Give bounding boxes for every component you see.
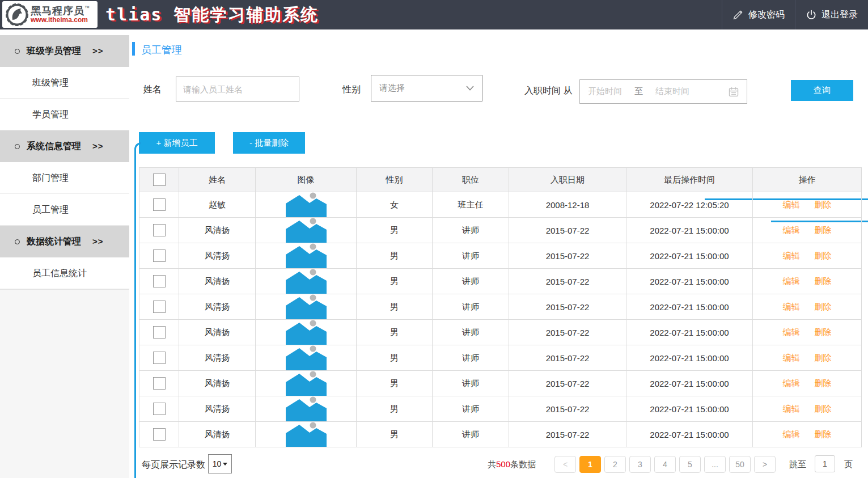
- page-ellipsis-button[interactable]: ...: [704, 456, 726, 473]
- row-checkbox[interactable]: [153, 198, 166, 211]
- row-checkbox[interactable]: [153, 428, 166, 441]
- hire-date-range-picker[interactable]: 开始时间 至 结束时间: [579, 79, 747, 104]
- search-button[interactable]: 查询: [791, 80, 853, 101]
- sidebar-group-数据统计管理[interactable]: 数据统计管理>>: [0, 226, 129, 257]
- name-cell: 风清扬: [179, 345, 256, 371]
- end-date-placeholder: 结束时间: [655, 86, 689, 97]
- edit-link[interactable]: 编辑: [783, 200, 800, 209]
- table-row: 风清扬男讲师2015-07-222022-07-21 15:00:00编辑删除: [139, 218, 862, 243]
- position-cell: 班主任: [433, 192, 509, 218]
- hire-date-cell: 2008-12-18: [509, 192, 626, 218]
- total-records-text: 共500条数据: [488, 459, 536, 470]
- checkbox-cell: [139, 218, 179, 243]
- edit-link[interactable]: 编辑: [783, 327, 800, 337]
- image-placeholder-icon: [280, 320, 332, 345]
- page-size-label: 每页展示记录数: [142, 459, 205, 471]
- delete-link[interactable]: 删除: [815, 378, 832, 388]
- prev-page-button[interactable]: <: [554, 456, 576, 473]
- avatar-cell: [256, 243, 357, 269]
- employee-table-head: 姓名图像性别职位入职日期最后操作时间操作: [139, 168, 862, 192]
- page-button-5[interactable]: 5: [679, 456, 701, 473]
- sidebar-group-系统信息管理[interactable]: 系统信息管理>>: [0, 130, 129, 162]
- edit-link[interactable]: 编辑: [783, 302, 800, 311]
- page-button-2[interactable]: 2: [604, 456, 626, 473]
- avatar-cell: [256, 345, 357, 371]
- name-cell: 赵敏: [179, 192, 256, 218]
- delete-link[interactable]: 删除: [815, 251, 832, 260]
- delete-link[interactable]: 删除: [815, 200, 832, 209]
- image-placeholder-icon: [280, 371, 332, 396]
- sidebar-item-员工管理[interactable]: 员工管理: [0, 194, 129, 226]
- delete-link[interactable]: 删除: [815, 327, 832, 337]
- sidebar-item-学员管理[interactable]: 学员管理: [0, 99, 129, 130]
- column-header: 操作: [753, 168, 862, 192]
- sidebar-group-班级学员管理[interactable]: 班级学员管理>>: [0, 35, 129, 67]
- select-all-checkbox[interactable]: [153, 174, 166, 186]
- image-placeholder-icon: [280, 345, 332, 370]
- row-checkbox[interactable]: [153, 326, 166, 339]
- checkbox-cell: [139, 320, 179, 345]
- delete-link[interactable]: 删除: [815, 429, 832, 439]
- page-button-50[interactable]: 50: [729, 456, 751, 473]
- last-operated-cell: 2022-07-21 15:00:00: [626, 218, 753, 243]
- last-operated-cell: 2022-07-21 15:00:00: [626, 345, 753, 371]
- sidebar-group-label: 班级学员管理: [27, 35, 81, 67]
- last-operated-cell: 2022-07-21 15:00:00: [626, 371, 753, 396]
- batch-delete-button[interactable]: - 批量删除: [233, 132, 305, 154]
- gender-select[interactable]: 请选择: [371, 75, 482, 101]
- logout-button[interactable]: 退出登录: [795, 0, 868, 29]
- name-cell: 风清扬: [179, 269, 256, 294]
- logo-texts: 黑马程序员™ www.itheima.com: [31, 6, 90, 23]
- sidebar-menu: 班级学员管理>>班级管理学员管理系统信息管理>>部门管理员工管理数据统计管理>>…: [0, 35, 129, 289]
- checkbox-cell: [139, 422, 179, 447]
- edit-link[interactable]: 编辑: [783, 378, 800, 388]
- next-page-button[interactable]: >: [754, 456, 776, 473]
- edit-link[interactable]: 编辑: [783, 353, 800, 362]
- name-cell: 风清扬: [179, 218, 256, 243]
- row-checkbox[interactable]: [153, 352, 166, 364]
- position-cell: 讲师: [433, 320, 509, 345]
- actions-cell: 编辑删除: [753, 269, 862, 294]
- edit-link[interactable]: 编辑: [783, 276, 800, 286]
- table-row: 风清扬男讲师2015-07-222022-07-21 15:00:00编辑删除: [139, 371, 862, 396]
- name-cell: 风清扬: [179, 243, 256, 269]
- row-checkbox[interactable]: [153, 301, 166, 313]
- row-checkbox[interactable]: [153, 224, 166, 236]
- edit-link[interactable]: 编辑: [783, 404, 800, 413]
- heima-logo[interactable]: 黑马程序员™ www.itheima.com: [2, 1, 98, 28]
- double-arrow-icon: >>: [92, 35, 104, 67]
- checkbox-cell: [139, 294, 179, 320]
- jump-page-input[interactable]: [815, 455, 835, 472]
- edit-link[interactable]: 编辑: [783, 225, 800, 235]
- page-button-3[interactable]: 3: [629, 456, 651, 473]
- row-checkbox[interactable]: [153, 377, 166, 390]
- sidebar-item-班级管理[interactable]: 班级管理: [0, 67, 129, 99]
- add-employee-button[interactable]: + 新增员工: [139, 132, 215, 154]
- delete-link[interactable]: 删除: [815, 276, 832, 286]
- edit-link[interactable]: 编辑: [783, 251, 800, 260]
- actions-cell: 编辑删除: [753, 218, 862, 243]
- last-operated-cell: 2022-07-21 15:00:00: [626, 422, 753, 447]
- row-checkbox[interactable]: [153, 249, 166, 262]
- name-input[interactable]: [176, 77, 299, 101]
- sidebar-filler: [0, 289, 129, 478]
- position-cell: 讲师: [433, 294, 509, 320]
- page-button-1[interactable]: 1: [579, 456, 601, 473]
- actions-cell: 编辑删除: [753, 345, 862, 371]
- logo-website: www.itheima.com: [31, 16, 90, 24]
- delete-link[interactable]: 删除: [815, 353, 832, 362]
- page-size-select[interactable]: 10: [208, 454, 232, 473]
- edit-link[interactable]: 编辑: [783, 429, 800, 439]
- row-checkbox[interactable]: [153, 275, 166, 287]
- delete-link[interactable]: 删除: [815, 225, 832, 235]
- sidebar-item-员工信息统计[interactable]: 员工信息统计: [0, 257, 129, 289]
- sidebar-item-部门管理[interactable]: 部门管理: [0, 162, 129, 194]
- hire-date-label: 入职时间 从: [524, 85, 572, 97]
- page-button-4[interactable]: 4: [654, 456, 676, 473]
- delete-link[interactable]: 删除: [815, 404, 832, 413]
- horse-logo-icon: [6, 3, 28, 26]
- position-cell: 讲师: [433, 422, 509, 447]
- delete-link[interactable]: 删除: [815, 302, 832, 311]
- change-password-button[interactable]: 修改密码: [722, 0, 795, 29]
- row-checkbox[interactable]: [153, 403, 166, 415]
